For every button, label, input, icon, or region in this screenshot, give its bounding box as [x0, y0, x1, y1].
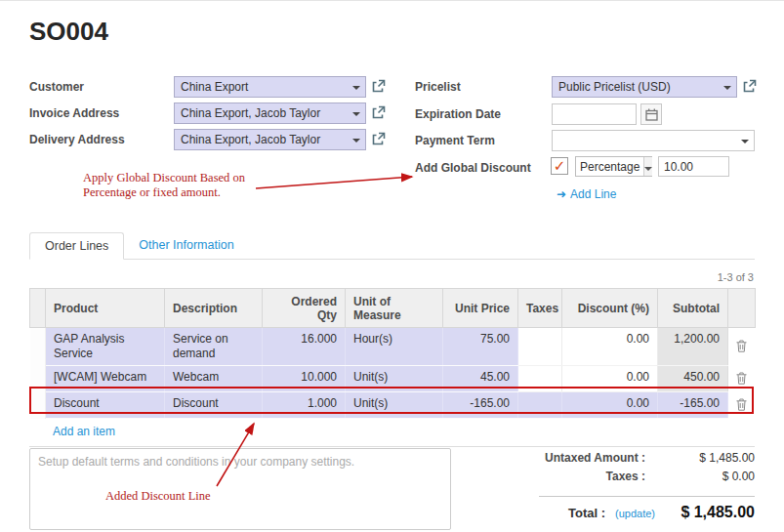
chevron-down-icon — [352, 139, 360, 143]
cell-taxes[interactable] — [518, 392, 562, 419]
order-line-row[interactable]: GAP Analysis Service Service on demand 1… — [30, 328, 756, 366]
datepicker-button[interactable] — [640, 103, 662, 125]
global-discount-checkbox[interactable]: ✓ — [551, 157, 568, 175]
cell-qty[interactable]: 1.000 — [263, 392, 346, 419]
header-description[interactable]: Description — [165, 289, 263, 328]
pager-label: 1-3 of 3 — [718, 271, 754, 283]
header-unit-price[interactable]: Unit Price — [443, 289, 518, 328]
taxes-value: $ 0.00 — [645, 470, 755, 483]
invoice-address-select[interactable]: China Export, Jacob Taylor — [174, 102, 366, 124]
chevron-down-icon — [723, 86, 731, 90]
chevron-down-icon — [352, 86, 360, 90]
chevron-down-icon — [352, 112, 360, 116]
annotation-arrow-global-discount — [256, 177, 412, 188]
delivery-address-external-link-icon[interactable] — [371, 132, 386, 146]
cell-uom[interactable]: Unit(s) — [346, 366, 443, 392]
discount-amount-input[interactable] — [658, 156, 729, 177]
cell-subtotal: 1,200.00 — [658, 328, 728, 366]
chevron-down-icon — [643, 157, 652, 176]
cell-product[interactable]: GAP Analysis Service — [46, 328, 165, 366]
invoice-address-label: Invoice Address — [29, 106, 119, 120]
header-actions — [728, 289, 756, 328]
totals-panel: Untaxed Amount : $ 1,485.00 Taxes : $ 0.… — [469, 451, 755, 521]
pricelist-value: Public Pricelist (USD) — [558, 80, 671, 94]
chevron-down-icon — [741, 140, 749, 143]
cell-discount[interactable]: 0.00 — [562, 392, 658, 419]
header-product[interactable]: Product — [46, 289, 165, 328]
check-icon: ✓ — [554, 157, 566, 174]
order-line-row[interactable]: [WCAM] Webcam Webcam 10.000 Unit(s) 45.0… — [30, 366, 756, 392]
invoice-address-external-link-icon[interactable] — [371, 105, 386, 120]
pricelist-select[interactable]: Public Pricelist (USD) — [552, 76, 737, 98]
calendar-icon — [645, 108, 658, 121]
customer-select[interactable]: China Export — [174, 76, 366, 98]
delivery-address-value: China Export, Jacob Taylor — [181, 133, 320, 146]
cell-uom[interactable]: Unit(s) — [346, 392, 443, 419]
header-ordered-qty[interactable]: Ordered Qty — [263, 289, 346, 328]
tab-order-lines[interactable]: Order Lines — [29, 232, 124, 260]
add-line-label: Add Line — [570, 187, 616, 201]
row-handle[interactable] — [30, 392, 46, 419]
header-subtotal[interactable]: Subtotal — [658, 289, 728, 328]
cell-discount[interactable]: 0.00 — [562, 328, 658, 366]
cell-discount[interactable]: 0.00 — [562, 366, 658, 392]
discount-type-value: Percentage — [576, 160, 643, 174]
expiration-date-input[interactable] — [552, 103, 637, 125]
untaxed-amount-label: Untaxed Amount : — [469, 451, 645, 465]
header-handle — [30, 289, 46, 328]
pricelist-external-link-icon[interactable] — [742, 79, 757, 94]
sale-order-form: SO004 Customer China Export Invoice Addr… — [0, 0, 784, 532]
cell-taxes[interactable] — [518, 366, 562, 392]
notebook-tabs: Order Lines Other Information — [29, 232, 249, 260]
cell-description[interactable]: Webcam — [165, 366, 263, 392]
untaxed-amount-value: $ 1,485.00 — [645, 451, 755, 465]
payment-term-label: Payment Term — [415, 134, 495, 147]
table-header-row: Product Description Ordered Qty Unit of … — [30, 289, 756, 328]
total-value: $ 1,485.00 — [681, 504, 755, 521]
header-discount[interactable]: Discount (%) — [562, 289, 658, 328]
cell-price[interactable]: -165.00 — [443, 392, 518, 419]
discount-type-select[interactable]: Percentage — [575, 156, 652, 177]
expiration-date-label: Expiration Date — [415, 107, 501, 121]
row-handle[interactable] — [30, 328, 46, 366]
customer-label: Customer — [29, 80, 84, 94]
cell-description[interactable]: Service on demand — [165, 328, 263, 366]
cell-subtotal: 450.00 — [658, 366, 728, 392]
add-item-link[interactable]: Add an item — [53, 425, 115, 438]
delivery-address-label: Delivery Address — [29, 133, 125, 146]
delete-row-icon[interactable] — [736, 372, 747, 389]
global-discount-label: Add Global Discount — [415, 161, 531, 175]
update-total-link[interactable]: (update) — [615, 508, 655, 519]
delete-row-icon[interactable] — [736, 340, 747, 356]
invoice-address-value: China Export, Jacob Taylor — [181, 106, 320, 120]
arrow-right-icon: ➜ — [557, 187, 566, 201]
totals-divider — [539, 496, 755, 497]
cell-uom[interactable]: Hour(s) — [346, 328, 443, 366]
customer-value: China Export — [181, 80, 248, 94]
cell-qty[interactable]: 16.000 — [263, 328, 346, 366]
add-line-link[interactable]: ➜Add Line — [557, 187, 616, 201]
pricelist-label: Pricelist — [415, 80, 461, 94]
cell-price[interactable]: 75.00 — [443, 328, 518, 366]
delivery-address-select[interactable]: China Export, Jacob Taylor — [174, 129, 366, 150]
cell-price[interactable]: 45.00 — [443, 366, 518, 392]
total-label: Total : — [568, 506, 605, 520]
header-taxes[interactable]: Taxes — [518, 289, 562, 328]
add-item-row: Add an item — [29, 419, 755, 447]
tab-other-information[interactable]: Other Information — [124, 232, 248, 260]
cell-product[interactable]: Discount — [46, 392, 165, 419]
delete-row-icon[interactable] — [736, 398, 747, 415]
order-line-row-discount[interactable]: Discount Discount 1.000 Unit(s) -165.00 … — [30, 392, 756, 419]
cell-taxes[interactable] — [518, 328, 562, 366]
terms-textarea[interactable] — [29, 448, 451, 530]
cell-qty[interactable]: 10.000 — [263, 366, 346, 392]
page-title: SO004 — [29, 17, 108, 47]
customer-external-link-icon[interactable] — [371, 79, 386, 94]
annotation-global-discount-note: Apply Global Discount Based on Percentag… — [83, 171, 283, 200]
header-unit-of-measure[interactable]: Unit of Measure — [346, 289, 443, 328]
cell-description[interactable]: Discount — [165, 392, 263, 419]
row-handle[interactable] — [30, 366, 46, 392]
payment-term-select[interactable] — [552, 130, 755, 151]
cell-product[interactable]: [WCAM] Webcam — [46, 366, 165, 392]
cell-subtotal: -165.00 — [658, 392, 728, 419]
